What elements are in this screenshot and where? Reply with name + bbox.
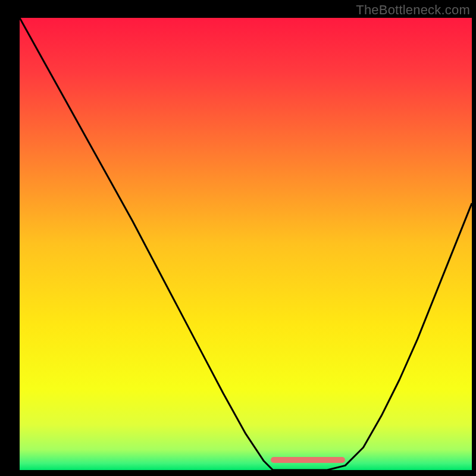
plot-area [20, 18, 472, 470]
chart-root: TheBottleneck.com [0, 0, 476, 476]
bottleneck-curve [20, 18, 472, 470]
watermark-text: TheBottleneck.com [356, 2, 470, 18]
optimal-range-marker [271, 457, 345, 463]
curve-path [20, 18, 472, 470]
